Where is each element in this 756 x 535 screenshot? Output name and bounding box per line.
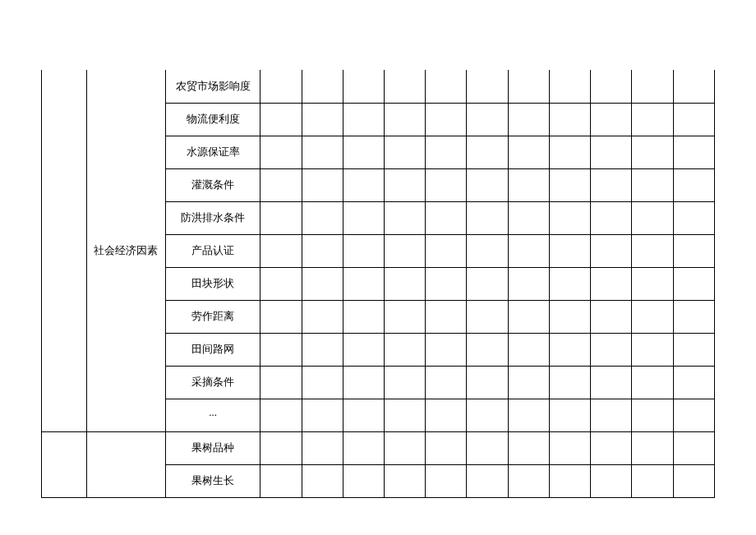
data-cell <box>260 103 302 136</box>
data-cell <box>426 399 467 431</box>
blank-category-col <box>42 431 87 497</box>
data-cell <box>343 267 384 300</box>
data-cell <box>549 333 590 366</box>
data-cell <box>549 464 590 497</box>
data-cell <box>508 333 549 366</box>
data-cell <box>426 234 467 267</box>
data-cell <box>302 399 343 431</box>
item-label: 防洪排水条件 <box>165 201 260 234</box>
item-label: 农贸市场影响度 <box>165 70 260 103</box>
data-cell <box>591 201 632 234</box>
data-cell <box>302 333 343 366</box>
data-cell <box>508 267 549 300</box>
data-cell <box>302 136 343 168</box>
data-cell <box>260 267 302 300</box>
data-cell <box>302 431 343 464</box>
data-cell <box>426 201 467 234</box>
data-cell <box>591 333 632 366</box>
data-cell <box>467 136 508 168</box>
data-cell <box>673 201 714 234</box>
item-label: 灌溉条件 <box>165 168 260 201</box>
data-cell <box>426 300 467 333</box>
item-label: 劳作距离 <box>165 300 260 333</box>
data-cell <box>302 234 343 267</box>
data-cell <box>673 300 714 333</box>
blank-category-col <box>42 70 87 431</box>
item-label: 果树品种 <box>165 431 260 464</box>
data-cell <box>591 136 632 168</box>
data-cell <box>302 168 343 201</box>
data-cell <box>384 399 425 431</box>
data-cell <box>467 234 508 267</box>
table-row: 果树品种 <box>42 431 715 464</box>
data-cell <box>343 399 384 431</box>
data-cell <box>302 103 343 136</box>
data-cell <box>384 431 425 464</box>
data-cell <box>591 267 632 300</box>
table-row: 社会经济因素 农贸市场影响度 <box>42 70 715 103</box>
item-label: 水源保证率 <box>165 136 260 168</box>
data-cell <box>632 333 673 366</box>
data-cell <box>426 366 467 399</box>
data-cell <box>260 300 302 333</box>
data-cell <box>467 201 508 234</box>
data-cell <box>384 300 425 333</box>
category-cell <box>87 431 165 497</box>
data-cell <box>549 267 590 300</box>
data-cell <box>302 70 343 103</box>
data-cell <box>384 333 425 366</box>
data-cell <box>673 333 714 366</box>
data-cell <box>260 399 302 431</box>
data-cell <box>549 399 590 431</box>
data-cell <box>343 431 384 464</box>
data-cell <box>426 431 467 464</box>
data-cell <box>384 103 425 136</box>
data-cell <box>260 70 302 103</box>
data-cell <box>343 333 384 366</box>
data-cell <box>591 70 632 103</box>
data-cell <box>673 103 714 136</box>
data-cell <box>260 136 302 168</box>
data-cell <box>467 399 508 431</box>
data-cell <box>343 103 384 136</box>
data-cell <box>632 70 673 103</box>
data-cell <box>673 136 714 168</box>
data-cell <box>260 366 302 399</box>
data-cell <box>673 366 714 399</box>
data-cell <box>632 300 673 333</box>
data-cell <box>467 300 508 333</box>
data-cell <box>549 201 590 234</box>
data-cell <box>591 399 632 431</box>
data-cell <box>508 431 549 464</box>
data-cell <box>591 431 632 464</box>
item-label: 田块形状 <box>165 267 260 300</box>
data-cell <box>384 201 425 234</box>
data-cell <box>260 168 302 201</box>
data-cell <box>591 234 632 267</box>
data-cell <box>467 103 508 136</box>
data-cell <box>467 431 508 464</box>
data-cell <box>508 201 549 234</box>
data-cell <box>343 464 384 497</box>
data-cell <box>467 366 508 399</box>
data-cell <box>384 168 425 201</box>
data-cell <box>302 366 343 399</box>
data-cell <box>467 267 508 300</box>
data-cell <box>508 168 549 201</box>
data-cell <box>673 168 714 201</box>
data-cell <box>549 70 590 103</box>
data-cell <box>549 136 590 168</box>
data-cell <box>260 431 302 464</box>
data-cell <box>343 168 384 201</box>
data-cell <box>260 234 302 267</box>
data-cell <box>508 70 549 103</box>
data-cell <box>343 300 384 333</box>
data-cell <box>632 234 673 267</box>
data-cell <box>302 267 343 300</box>
data-cell <box>260 464 302 497</box>
data-cell <box>302 464 343 497</box>
data-cell <box>508 103 549 136</box>
data-cell <box>591 366 632 399</box>
data-cell <box>591 103 632 136</box>
item-label: 产品认证 <box>165 234 260 267</box>
